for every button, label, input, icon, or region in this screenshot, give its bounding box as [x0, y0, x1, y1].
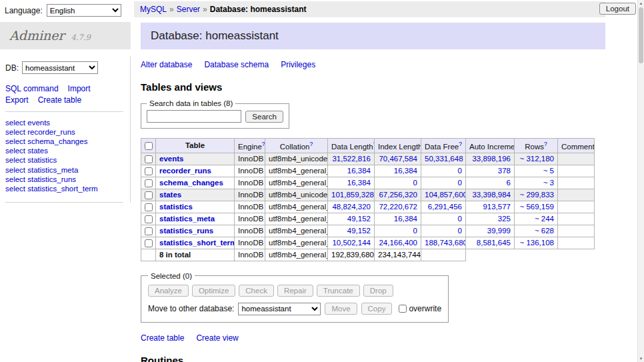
index-length-link[interactable]: 70,467,584	[379, 155, 417, 163]
scrollbar-thumb[interactable]	[639, 7, 643, 63]
db-select[interactable]: homeassistant	[22, 61, 98, 74]
drop-button[interactable]: Drop	[363, 285, 393, 297]
table-name-link[interactable]: statistics_short_term	[159, 239, 235, 247]
search-input[interactable]	[147, 110, 241, 123]
scrollbar-down-arrow-icon[interactable]: ▼	[638, 355, 644, 362]
auto-increment-link[interactable]: 325	[498, 215, 511, 223]
overwrite-checkbox[interactable]	[399, 305, 407, 313]
data-length-link[interactable]: 31,522,816	[332, 155, 371, 163]
breadcrumb-link[interactable]: MySQL	[140, 5, 167, 14]
data-length-link[interactable]: 49,152	[347, 227, 371, 235]
sidebar-select-link[interactable]: select statistics	[5, 156, 123, 165]
column-help-link[interactable]: ?	[310, 143, 313, 151]
index-length-link[interactable]: 16,384	[394, 215, 417, 223]
table-name-link[interactable]: schema_changes	[159, 179, 223, 187]
copy-button[interactable]: Copy	[361, 303, 393, 315]
column-help-link[interactable]: ?	[459, 143, 462, 151]
rows-link[interactable]: ~ 569,159	[520, 203, 554, 211]
auto-increment-link[interactable]: 33,398,984	[472, 191, 511, 199]
data-free-link[interactable]: 104,857,600	[425, 191, 466, 199]
row-checkbox[interactable]	[145, 227, 153, 235]
check-button[interactable]: Check	[239, 285, 274, 297]
db-action-link[interactable]: Database schema	[204, 60, 269, 69]
row-checkbox[interactable]	[145, 215, 153, 223]
auto-increment-link[interactable]: 33,898,196	[472, 155, 511, 163]
table-name-link[interactable]: states	[159, 191, 181, 199]
data-free-link[interactable]: 0	[458, 227, 462, 235]
db-action-link[interactable]: Alter database	[141, 60, 192, 69]
table-name-link[interactable]: events	[159, 155, 183, 163]
data-free-link[interactable]: 0	[458, 179, 462, 187]
truncate-button[interactable]: Truncate	[317, 285, 360, 297]
row-checkbox[interactable]	[145, 239, 153, 247]
move-db-select[interactable]: homeassistant	[238, 303, 321, 315]
table-name-link[interactable]: recorder_runs	[159, 167, 211, 175]
rows-link[interactable]: ~ 628	[535, 227, 554, 235]
auto-increment-link[interactable]: 378	[498, 167, 511, 175]
rows-link[interactable]: ~ 299,833	[520, 191, 554, 199]
move-button[interactable]: Move	[325, 303, 357, 315]
data-length-link[interactable]: 48,824,320	[332, 203, 371, 211]
auto-increment-link[interactable]: 8,581,645	[477, 239, 511, 247]
analyze-button[interactable]: Analyze	[148, 285, 189, 297]
rows-link[interactable]: ~ 5	[543, 167, 554, 175]
adminer-logo-link[interactable]: Adminer	[9, 28, 65, 43]
sidebar-select-link[interactable]: select events	[5, 119, 123, 127]
index-length-link[interactable]: 67,256,320	[379, 191, 417, 199]
db-action-link[interactable]: Privileges	[281, 60, 315, 69]
data-length-link[interactable]: 49,152	[347, 215, 371, 223]
table-name-link[interactable]: statistics_runs	[159, 227, 213, 235]
index-length-link[interactable]: 0	[413, 227, 417, 235]
index-length-link[interactable]: 0	[413, 179, 417, 187]
auto-increment-link[interactable]: 6	[507, 179, 511, 187]
rows-link[interactable]: ~ 3	[543, 179, 554, 187]
index-length-link[interactable]: 24,166,400	[379, 239, 417, 247]
select-all-checkbox[interactable]	[145, 142, 153, 150]
rows-link[interactable]: ~ 136,108	[520, 239, 554, 247]
data-length-link[interactable]: 16,384	[347, 179, 371, 187]
logout-button[interactable]: Logout	[599, 3, 636, 15]
vertical-scrollbar[interactable]: ▲ ▼	[637, 0, 644, 362]
column-help-link[interactable]: ?	[544, 143, 547, 151]
sidebar-select-link[interactable]: select schema_changes	[5, 137, 123, 146]
sidebar-select-link[interactable]: select statistics_short_term	[5, 185, 123, 193]
sidebar-select-link[interactable]: select states	[5, 147, 123, 155]
index-length-link[interactable]: 72,220,672	[379, 203, 417, 211]
optimize-button[interactable]: Optimize	[192, 285, 235, 297]
sidebar-action-link[interactable]: Create table	[38, 95, 81, 105]
data-free-link[interactable]: 6,291,456	[428, 203, 462, 211]
search-button[interactable]: Search	[245, 111, 283, 123]
data-length-link[interactable]: 16,384	[347, 167, 371, 175]
repair-button[interactable]: Repair	[277, 285, 313, 297]
data-length-link[interactable]: 10,502,144	[332, 239, 371, 247]
data-length-link[interactable]: 101,859,328	[331, 191, 374, 199]
rows-link[interactable]: ~ 312,180	[520, 155, 554, 163]
create-link[interactable]: Create table	[141, 333, 184, 343]
row-checkbox[interactable]	[145, 155, 153, 163]
sidebar-action-link[interactable]: Import	[68, 84, 91, 93]
column-help-link[interactable]: ?	[262, 143, 265, 151]
index-length-link[interactable]: 16,384	[394, 167, 417, 175]
sidebar-select-link[interactable]: select statistics_meta	[5, 166, 123, 175]
table-name-link[interactable]: statistics_meta	[159, 215, 215, 223]
sidebar-select-link[interactable]: select recorder_runs	[5, 128, 123, 137]
language-select[interactable]: English	[47, 4, 121, 17]
scrollbar-up-arrow-icon[interactable]: ▲	[638, 0, 644, 7]
row-checkbox[interactable]	[145, 167, 153, 175]
auto-increment-link[interactable]: 913,577	[483, 203, 511, 211]
data-free-link[interactable]: 188,743,680	[425, 239, 466, 247]
rows-link[interactable]: ~ 244	[535, 215, 554, 223]
data-free-link[interactable]: 0	[458, 215, 462, 223]
row-checkbox[interactable]	[145, 203, 153, 211]
auto-increment-link[interactable]: 39,999	[487, 227, 511, 235]
create-link[interactable]: Create view	[196, 333, 238, 343]
breadcrumb-link[interactable]: Server	[177, 5, 200, 14]
sidebar-select-link[interactable]: select statistics_runs	[5, 175, 123, 184]
data-free-link[interactable]: 0	[458, 167, 462, 175]
sidebar-action-link[interactable]: SQL command	[5, 84, 59, 93]
sidebar-action-link[interactable]: Export	[5, 95, 29, 105]
table-name-link[interactable]: statistics	[159, 203, 193, 211]
row-checkbox[interactable]	[145, 191, 153, 199]
data-free-link[interactable]: 50,331,648	[425, 155, 463, 163]
row-checkbox[interactable]	[145, 179, 153, 187]
